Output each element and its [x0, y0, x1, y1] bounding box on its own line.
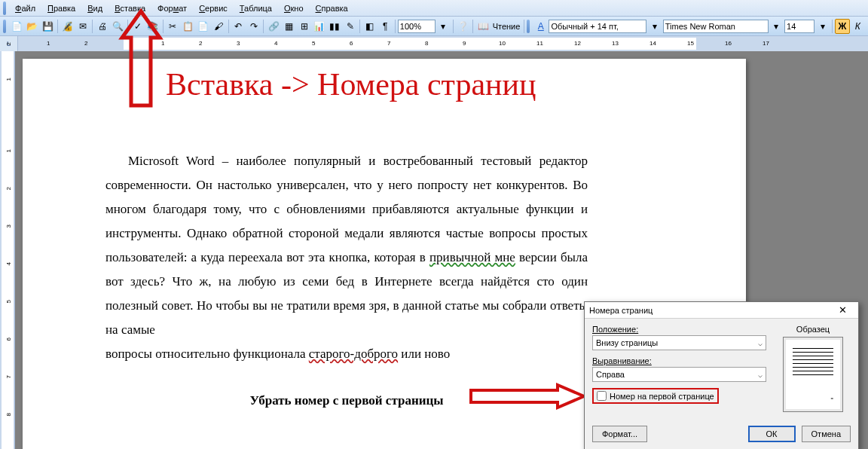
annotation-arrow-right [467, 383, 588, 410]
read-label[interactable]: Чтение [493, 22, 521, 31]
separator [453, 20, 454, 33]
toolbar-handle [3, 20, 6, 33]
align-value: Справа [596, 370, 625, 379]
separator [524, 20, 524, 33]
save-icon[interactable]: 💾 [40, 19, 54, 34]
menu-help[interactable]: Справка [310, 2, 354, 14]
para-text-1: Microsoft Word – наиболее популярный и в… [105, 154, 588, 264]
print-icon[interactable]: 🖨 [95, 19, 109, 34]
separator [57, 20, 58, 33]
separator [92, 20, 93, 33]
ruler-vertical[interactable]: 2 1 1 2 3 4 5 6 7 8 [0, 51, 15, 449]
sample-preview: = [783, 337, 843, 412]
style-dropdown-icon[interactable]: ▾ [647, 19, 662, 34]
columns-icon[interactable]: ▮▮ [328, 19, 342, 34]
insert-table-icon[interactable]: ⊞ [297, 19, 311, 34]
menu-handle [3, 2, 6, 15]
hyperlink-icon[interactable]: 🔗 [266, 19, 280, 34]
fontsize-combo[interactable] [784, 20, 815, 33]
dialog-title-text: Номера страниц [589, 306, 653, 315]
separator [359, 20, 360, 33]
format-painter-icon[interactable]: 🖌 [211, 19, 225, 34]
zoom-dropdown-icon[interactable]: ▾ [436, 19, 451, 34]
docmap-icon[interactable]: ◧ [362, 19, 377, 34]
wavy-text-2: старого-доброго [309, 347, 398, 361]
copy-icon[interactable]: 📋 [181, 19, 195, 34]
open-icon[interactable]: 📂 [25, 19, 39, 34]
ok-button[interactable]: ОК [748, 426, 796, 442]
menu-view[interactable]: Вид [81, 2, 108, 14]
position-label: Положение: [592, 325, 766, 334]
position-value: Внизу страницы [596, 338, 658, 347]
undo-icon[interactable]: ↶ [231, 19, 246, 34]
tables-borders-icon[interactable]: ▦ [282, 19, 296, 34]
annotation-arrow-up [115, 8, 167, 121]
para-text-3: вопросы относительно функционала [105, 347, 309, 361]
read-icon[interactable]: 📖 [475, 19, 490, 34]
firstpage-label: Номер на первой странице [610, 392, 714, 401]
bold-button[interactable]: Ж [835, 19, 849, 34]
permissions-icon[interactable]: 🔏 [60, 19, 75, 34]
font-combo[interactable] [663, 20, 769, 33]
para-text-4: или ново [398, 347, 450, 361]
menu-window[interactable]: Окно [278, 2, 310, 14]
position-select[interactable]: Внизу страницы [592, 335, 766, 350]
wavy-text-1: привычной мне [429, 250, 515, 264]
help-icon[interactable]: ❔ [456, 19, 470, 34]
separator [832, 20, 833, 33]
showhide-icon[interactable]: ¶ [378, 19, 393, 34]
italic-button[interactable]: К [851, 19, 865, 34]
firstpage-checkbox[interactable] [597, 391, 607, 401]
font-dropdown-icon[interactable]: ▾ [769, 19, 784, 34]
new-doc-icon[interactable]: 📄 [10, 19, 24, 34]
separator [263, 20, 264, 33]
align-label: Выравнивание: [592, 356, 766, 365]
menu-edit[interactable]: Правка [41, 2, 81, 14]
separator [228, 20, 229, 33]
style-combo[interactable] [549, 20, 646, 33]
format-button[interactable]: Формат... [592, 426, 647, 442]
dialog-body: Положение: Внизу страницы Выравнивание: … [585, 319, 858, 421]
drawing-icon[interactable]: ✎ [343, 19, 357, 34]
redo-icon[interactable]: ↷ [246, 19, 261, 34]
dialog-titlebar[interactable]: Номера страниц ✕ [585, 302, 858, 319]
separator [472, 20, 473, 33]
paste-icon[interactable]: 📄 [196, 19, 210, 34]
styles-icon[interactable]: A [533, 19, 548, 34]
separator [395, 20, 396, 33]
cancel-button[interactable]: Отмена [802, 426, 851, 442]
firstpage-checkbox-row[interactable]: Номер на первой странице [592, 388, 719, 404]
document-text[interactable]: Microsoft Word – наиболее популярный и в… [105, 149, 588, 413]
align-select[interactable]: Справа [592, 367, 766, 382]
annotation-title: Вставка -> Номера страниц [166, 66, 536, 102]
cut-icon[interactable]: ✂ [166, 19, 180, 34]
size-dropdown-icon[interactable]: ▾ [815, 19, 830, 34]
close-icon[interactable]: ✕ [831, 303, 854, 318]
zoom-combo[interactable] [398, 20, 436, 33]
sample-label: Образец [796, 325, 830, 334]
insert-excel-icon[interactable]: 📊 [312, 19, 326, 34]
toolbar-handle-2 [527, 20, 530, 33]
mail-icon[interactable]: ✉ [75, 19, 90, 34]
page-numbers-dialog: Номера страниц ✕ Положение: Внизу страни… [584, 301, 859, 449]
menu-tools[interactable]: Сервис [193, 2, 234, 14]
menu-file[interactable]: Файл [9, 2, 41, 14]
menu-table[interactable]: Таблица [234, 2, 278, 14]
dialog-buttons: Формат... ОК Отмена [585, 421, 858, 449]
